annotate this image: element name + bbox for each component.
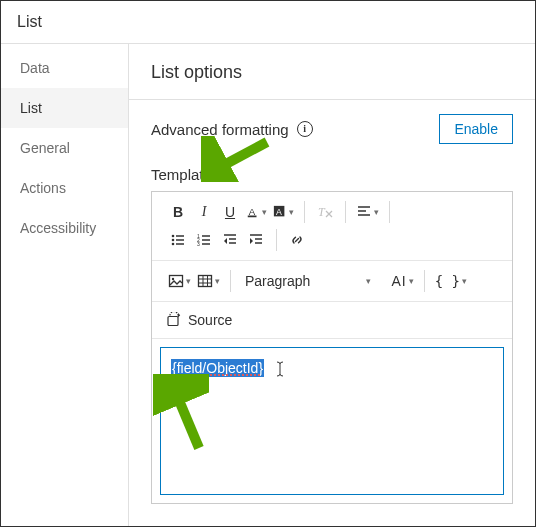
highlight-button[interactable]: A ▾ xyxy=(271,200,296,224)
advanced-formatting-row: Advanced formatting i Enable xyxy=(151,114,513,144)
underline-button[interactable]: U xyxy=(218,200,242,224)
sidebar: Data List General Actions Accessibility xyxy=(1,44,129,526)
svg-point-10 xyxy=(172,235,175,238)
source-label: Source xyxy=(188,312,232,328)
font-color-button[interactable]: A ▾ xyxy=(244,200,269,224)
bullet-list-button[interactable] xyxy=(166,228,190,252)
advanced-formatting-label: Advanced formatting xyxy=(151,121,289,138)
editor-toolbar: B I U A ▾ A ▾ xyxy=(152,192,512,261)
numbered-list-icon: 123 xyxy=(196,232,212,248)
editor-toolbar-row3: Source xyxy=(152,302,512,339)
text-cursor-icon xyxy=(274,360,286,378)
svg-rect-1 xyxy=(248,216,257,218)
braces-label: { } xyxy=(435,273,460,289)
sidebar-item-label: Accessibility xyxy=(20,220,96,236)
chevron-down-icon: ▾ xyxy=(374,207,379,217)
paragraph-style-select[interactable]: Paragraph ▾ xyxy=(239,269,377,293)
chevron-down-icon: ▾ xyxy=(215,276,220,286)
sidebar-item-label: Data xyxy=(20,60,50,76)
insert-field-button[interactable]: { } ▾ xyxy=(433,269,469,293)
numbered-list-button[interactable]: 123 xyxy=(192,228,216,252)
highlight-icon: A xyxy=(273,205,287,219)
divider xyxy=(129,99,535,100)
font-color-icon: A xyxy=(246,205,260,219)
italic-button[interactable]: I xyxy=(192,200,216,224)
editor-textarea[interactable]: {field/ObjectId} xyxy=(160,347,504,495)
svg-rect-37 xyxy=(168,317,178,326)
indent-icon xyxy=(248,232,264,248)
paragraph-style-label: Paragraph xyxy=(245,273,310,289)
clear-format-icon: T xyxy=(317,204,333,220)
outdent-button[interactable] xyxy=(218,228,242,252)
source-icon xyxy=(166,312,182,328)
enable-button[interactable]: Enable xyxy=(439,114,513,144)
content-pane: List options Advanced formatting i Enabl… xyxy=(129,44,535,526)
chevron-down-icon: ▾ xyxy=(462,276,467,286)
svg-text:A: A xyxy=(249,206,256,217)
config-window: List Data List General Actions Accessibi… xyxy=(0,0,536,527)
advanced-formatting-label-group: Advanced formatting i xyxy=(151,121,313,138)
table-button[interactable]: ▾ xyxy=(195,269,222,293)
font-size-label: AI xyxy=(391,273,406,289)
align-button[interactable]: ▾ xyxy=(354,200,381,224)
svg-point-14 xyxy=(172,243,175,246)
bullet-list-icon xyxy=(170,232,186,248)
chevron-down-icon: ▾ xyxy=(186,276,191,286)
editor-toolbar-row2: ▾ ▾ Paragraph ▾ xyxy=(152,261,512,302)
indent-button[interactable] xyxy=(244,228,268,252)
svg-text:A: A xyxy=(276,207,282,217)
sidebar-item-label: General xyxy=(20,140,70,156)
clear-formatting-button[interactable]: T xyxy=(313,200,337,224)
chevron-down-icon: ▾ xyxy=(366,276,371,286)
svg-point-31 xyxy=(172,278,174,280)
svg-text:T: T xyxy=(318,205,326,219)
bold-button[interactable]: B xyxy=(166,200,190,224)
svg-rect-32 xyxy=(199,276,212,287)
image-icon xyxy=(168,273,184,289)
window-body: Data List General Actions Accessibility … xyxy=(1,44,535,526)
sidebar-item-data[interactable]: Data xyxy=(1,48,128,88)
info-icon[interactable]: i xyxy=(297,121,313,137)
template-label: Template xyxy=(151,166,513,183)
selected-expression[interactable]: {field/ObjectId} xyxy=(171,359,264,377)
table-icon xyxy=(197,273,213,289)
sidebar-item-actions[interactable]: Actions xyxy=(1,168,128,208)
image-button[interactable]: ▾ xyxy=(166,269,193,293)
chevron-down-icon: ▾ xyxy=(262,207,267,217)
align-left-icon xyxy=(356,204,372,220)
link-button[interactable] xyxy=(285,228,309,252)
sidebar-item-label: List xyxy=(20,100,42,116)
font-size-button[interactable]: AI ▾ xyxy=(389,269,415,293)
chevron-down-icon: ▾ xyxy=(409,276,414,286)
source-button[interactable]: Source xyxy=(160,308,238,332)
window-title: List xyxy=(1,1,535,44)
sidebar-item-general[interactable]: General xyxy=(1,128,128,168)
rich-text-editor: B I U A ▾ A ▾ xyxy=(151,191,513,504)
svg-marker-38 xyxy=(178,313,180,317)
content-title: List options xyxy=(151,62,513,83)
chevron-down-icon: ▾ xyxy=(289,207,294,217)
svg-marker-25 xyxy=(224,238,227,244)
svg-text:3: 3 xyxy=(197,241,200,247)
link-icon xyxy=(289,232,305,248)
svg-marker-29 xyxy=(250,238,253,244)
sidebar-item-list[interactable]: List xyxy=(1,88,128,128)
sidebar-item-accessibility[interactable]: Accessibility xyxy=(1,208,128,248)
svg-point-12 xyxy=(172,239,175,242)
outdent-icon xyxy=(222,232,238,248)
sidebar-item-label: Actions xyxy=(20,180,66,196)
